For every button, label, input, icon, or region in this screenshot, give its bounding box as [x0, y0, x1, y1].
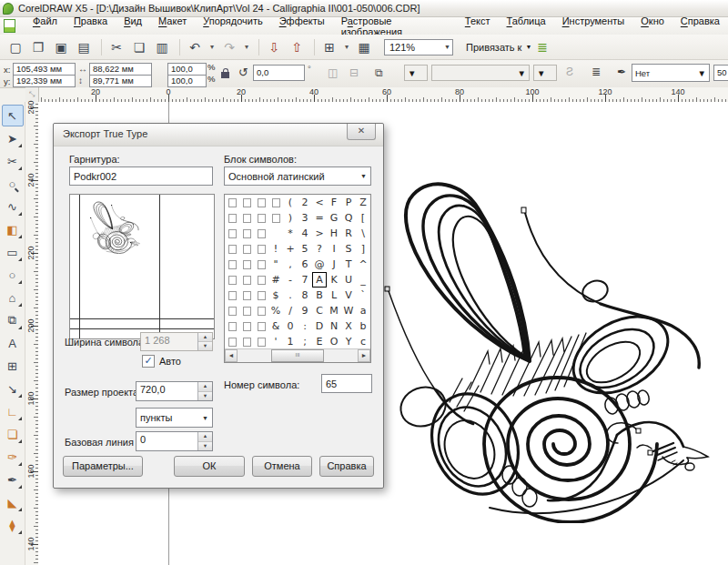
save-icon[interactable]: ▣ — [51, 40, 71, 55]
glyph-cell[interactable]: - — [283, 272, 298, 288]
glyph-cell[interactable] — [254, 195, 268, 210]
cancel-button[interactable]: Отмена — [252, 456, 312, 477]
rectangle-tool[interactable]: ▭ — [2, 241, 24, 263]
glyph-cell[interactable]: 9 — [298, 303, 312, 318]
units-combo[interactable]: пункты ▼ — [136, 408, 213, 428]
glyph-cell[interactable] — [268, 226, 283, 241]
glyph-cell[interactable]: @ — [312, 257, 327, 272]
glyph-cell[interactable] — [225, 210, 239, 226]
glyph-cell[interactable]: T — [341, 257, 356, 272]
zoom-tool[interactable]: ○ — [2, 173, 24, 195]
welcome-screen-icon[interactable]: ▦ — [354, 40, 374, 55]
glyph-cell[interactable]: W — [341, 303, 356, 318]
rotation-angle-field[interactable]: 0,0 — [253, 65, 305, 81]
glyph-cell[interactable] — [239, 272, 254, 288]
glyph-cell[interactable]: 8 — [298, 288, 312, 303]
glyph-cell[interactable]: J — [327, 257, 341, 272]
glyph-cell[interactable]: 5 — [298, 241, 312, 257]
glyph-cell[interactable]: 4 — [298, 226, 312, 241]
mirror-vertical-icon[interactable]: ⊟ — [349, 66, 359, 79]
application-launcher-icon[interactable]: ⊞ — [319, 40, 339, 55]
object-height-field[interactable]: 89,771 мм — [89, 75, 152, 87]
glyph-cell[interactable]: / — [283, 303, 298, 318]
glyph-cell[interactable]: Q — [341, 210, 356, 226]
glyph-cell[interactable]: K — [327, 272, 341, 288]
glyph-cell[interactable]: B — [312, 288, 327, 303]
glyph-cell[interactable]: L — [327, 288, 341, 303]
glyph-cell[interactable] — [254, 226, 268, 241]
scrollbar-thumb[interactable]: III — [271, 349, 324, 362]
glyph-cell[interactable] — [225, 288, 239, 303]
glyph-cell[interactable]: U — [341, 272, 356, 288]
glyph-cell[interactable] — [225, 195, 239, 210]
glyph-cell[interactable]: c — [356, 334, 370, 349]
ellipse-tool[interactable]: ○ — [2, 264, 24, 286]
dimension-tool[interactable]: ↘ — [2, 378, 24, 399]
glyph-cell[interactable] — [239, 210, 254, 226]
glyph-cell[interactable]: V — [341, 288, 356, 303]
glyph-cell[interactable]: 7 — [298, 272, 312, 288]
color-eyedropper-tool[interactable]: ✑ — [2, 446, 24, 468]
glyph-cell[interactable]: ; — [298, 334, 312, 349]
glyph-cell[interactable]: 3 — [298, 210, 312, 226]
design-size-spinner[interactable]: 720,0 ▲▼ — [136, 381, 213, 401]
glyph-cell[interactable]: ^ — [356, 257, 370, 272]
shape-tool[interactable]: ➤ — [2, 127, 24, 149]
glyph-cell[interactable] — [254, 210, 268, 226]
glyph-cell[interactable]: ' — [268, 334, 283, 349]
glyph-cell[interactable]: Z — [356, 195, 370, 210]
pick-tool[interactable]: ↖ — [2, 105, 24, 126]
glyph-cell[interactable]: I — [327, 241, 341, 257]
text-wrap-icon[interactable]: ≣ — [592, 66, 601, 78]
glyph-cell[interactable]: \ — [356, 226, 370, 241]
glyph-cell[interactable] — [225, 257, 239, 272]
y-position-field[interactable]: 192,339 мм — [13, 75, 76, 87]
glyph-cell[interactable]: < — [312, 195, 327, 210]
spinner-up-icon[interactable]: ▲ — [198, 432, 212, 442]
glyph-cell[interactable]: F — [327, 195, 341, 210]
grid-scrollbar[interactable]: ◄ III ► — [225, 348, 370, 362]
outline-pen-icon[interactable]: ✒ — [617, 66, 626, 78]
glyph-cell[interactable] — [254, 303, 268, 318]
glyph-cell[interactable]: G — [327, 210, 341, 226]
glyph-cell[interactable]: ! — [268, 241, 283, 257]
glyph-cell[interactable]: " — [268, 257, 283, 272]
glyph-cell[interactable] — [239, 195, 254, 210]
glyph-cell[interactable]: > — [312, 226, 327, 241]
glyph-cell[interactable]: M — [327, 303, 341, 318]
glyph-cell[interactable]: [ — [356, 210, 370, 226]
glyph-cell[interactable]: X — [341, 318, 356, 334]
glyph-cell[interactable] — [239, 288, 254, 303]
redo-dropdown-icon[interactable]: ▾ — [242, 43, 251, 51]
object-width-field[interactable]: 88,622 мм — [89, 63, 152, 76]
print-icon[interactable]: ▤ — [74, 40, 94, 55]
glyph-cell[interactable] — [254, 257, 268, 272]
glyph-cell[interactable]: ` — [356, 288, 370, 303]
vertical-ruler[interactable]: 260240220200180160140 — [25, 102, 39, 565]
close-icon[interactable]: ✕ — [347, 124, 376, 140]
glyph-cell[interactable]: , — [283, 257, 298, 272]
interactive-fill-tool[interactable]: ⧫ — [2, 514, 24, 536]
undo-icon[interactable]: ↶ — [185, 40, 205, 55]
redo-icon[interactable]: ↷ — [219, 40, 239, 55]
glyph-cell[interactable]: ) — [283, 210, 298, 226]
polygon-tool[interactable]: ⌂ — [2, 287, 24, 308]
glyph-cell[interactable] — [254, 334, 268, 349]
glyph-cell[interactable] — [225, 241, 239, 257]
glyph-cell[interactable]: ? — [312, 241, 327, 257]
text-tool[interactable]: A — [2, 332, 24, 354]
glyph-cell[interactable] — [239, 257, 254, 272]
glyph-cell[interactable] — [239, 226, 254, 241]
glyph-cell[interactable]: % — [268, 303, 283, 318]
glyph-cell[interactable] — [225, 334, 239, 349]
scrollbar-track[interactable]: III — [238, 349, 358, 362]
glyph-cell[interactable]: D — [312, 318, 327, 334]
scroll-right-icon[interactable]: ► — [358, 349, 370, 362]
spinner-down-icon[interactable]: ▼ — [198, 392, 212, 401]
connector-tool[interactable]: ∟ — [2, 400, 24, 422]
glyph-cell[interactable]: E — [312, 334, 327, 349]
glyph-cell[interactable] — [268, 195, 283, 210]
glyph-cell[interactable]: # — [268, 272, 283, 288]
glyph-cell[interactable] — [239, 318, 254, 334]
outline-width-combo[interactable]: Нет ▼ — [632, 64, 710, 82]
